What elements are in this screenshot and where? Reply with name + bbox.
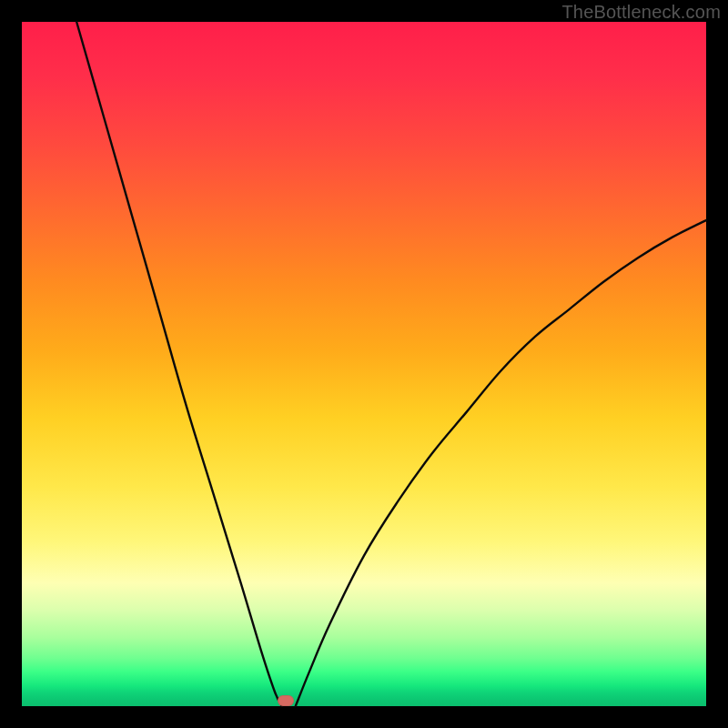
chart-frame: TheBottleneck.com [0, 0, 728, 728]
attribution-text: TheBottleneck.com [561, 2, 721, 23]
curve-right-branch [296, 220, 706, 706]
curve-left-branch [76, 22, 282, 706]
minimum-marker [278, 695, 294, 706]
curve-layer [22, 22, 706, 706]
plot-area [22, 22, 706, 706]
